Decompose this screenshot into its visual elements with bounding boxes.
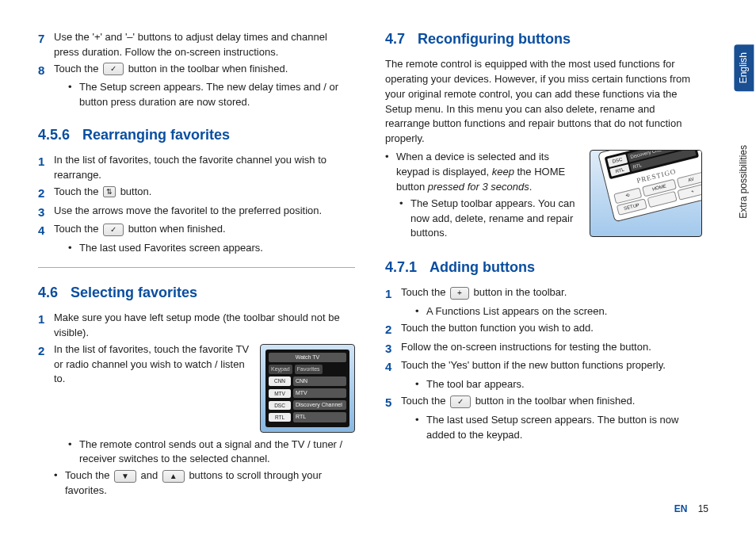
check-icon: ✓ — [103, 63, 124, 75]
heading-456: 4.5.6 Rearranging favorites — [38, 124, 355, 145]
tab-extra-possibilities[interactable]: Extra possibilities — [734, 137, 754, 227]
bullet: • — [415, 413, 426, 443]
step-number: 3 — [38, 204, 54, 221]
step-number: 1 — [38, 311, 54, 341]
heading-text: Selecting favorites — [71, 282, 197, 303]
sub-text: The Setup toolbar appears. You can now a… — [410, 197, 582, 242]
bullet: • — [54, 468, 65, 499]
sub-bullet: • The Setup screen appears. The new dela… — [68, 80, 355, 110]
bullet: • — [415, 304, 426, 319]
figure-device: DSCDiscovery Channel RTLRTL PRESTIGO ⟲ H… — [598, 150, 702, 222]
step-number: 5 — [385, 394, 401, 411]
step-text: Touch the + button in the toolbar. — [401, 285, 702, 303]
intro-paragraph: The remote control is equipped with the … — [385, 57, 702, 147]
arrows-icon: ⇅ — [103, 186, 116, 197]
heading-number: 4.7.1 — [385, 257, 417, 277]
step-text: Use the arrows move the favoritel to the… — [54, 204, 355, 221]
step-text: Touch the ✓ button in the toolbar when f… — [401, 394, 702, 411]
check-icon: ✓ — [103, 224, 124, 236]
fig-label: MTV — [293, 388, 346, 398]
figure-remote-device: DSCDiscovery Channel RTLRTL PRESTIGO ⟲ H… — [590, 150, 702, 237]
sub-text: The last used Setup screen appears. The … — [426, 413, 702, 443]
divider — [38, 267, 355, 268]
step-3: 3 Use the arrows move the favoritel to t… — [38, 204, 355, 221]
tab-english[interactable]: English — [734, 44, 754, 91]
right-column: 4.7 Reconfiguring buttons The remote con… — [385, 29, 702, 504]
sub-bullet: • A Functions List appears on the screen… — [415, 304, 702, 319]
heading-text: Adding buttons — [430, 257, 535, 277]
step-number: 3 — [385, 340, 401, 357]
heading-46: 4.6 Selecting favorites — [38, 282, 355, 303]
sub-text: The remote control sends out a signal an… — [79, 438, 355, 468]
sub-text: A Functions List appears on the screen. — [426, 304, 607, 319]
text-part: Touch the — [65, 469, 109, 481]
step-number: 4 — [385, 358, 401, 376]
text-part: button in the toolbar. — [473, 286, 567, 298]
check-icon: ✓ — [450, 396, 471, 408]
fig-btn: Favorites — [295, 365, 323, 374]
sub-bullet: • The remote control sends out a signal … — [68, 438, 355, 468]
heading-number: 4.5.6 — [38, 124, 70, 145]
text-part: and — [141, 469, 158, 481]
step-1: 1 Make sure you have left setup mode (th… — [38, 311, 355, 341]
fig-btn: Keypad — [269, 365, 292, 374]
left-column: 7 Use the '+' and '–' buttons to adjust … — [38, 29, 355, 504]
step-text: Follow the on-screen instructions for te… — [401, 340, 702, 357]
step-number: 1 — [38, 153, 54, 183]
step-text: Touch the ⇅ button. — [54, 185, 355, 202]
sub-text: The tool bar appears. — [426, 377, 525, 392]
bullet: • — [415, 377, 426, 392]
heading-text: Rearranging favorites — [82, 124, 230, 145]
bullet: • — [385, 150, 396, 195]
step-8: 8 Touch the ✓ button in the toolbar when… — [38, 62, 355, 79]
footer-page: 15 — [698, 503, 708, 514]
page-footer: EN 15 — [674, 503, 708, 516]
bullet: • — [68, 241, 79, 256]
text-part: Touch the — [401, 286, 445, 298]
figure-remote-favorites: Watch TV Keypad Favorites CNNCNN MTVMTV … — [260, 344, 355, 433]
text-part: button in the toolbar when finished. — [128, 63, 288, 75]
step-text: Touch the ✓ button in the toolbar when f… — [54, 62, 355, 79]
text-italic: keep — [492, 166, 514, 178]
step-text: Touch the ✓ button when finished. — [54, 222, 355, 239]
step-number: 2 — [38, 185, 54, 202]
step-number: 2 — [38, 342, 54, 388]
step-2: 2 Touch the button function you wish to … — [385, 321, 702, 338]
fig-logo: MTV — [269, 389, 291, 398]
text-part: Touch the — [54, 63, 98, 75]
bullet-text: When a device is selected and its keypad… — [396, 150, 582, 195]
step-1: 1 In the list of favorites, touch the fa… — [38, 153, 355, 183]
footer-lang: EN — [674, 503, 688, 514]
text-part: Touch the — [54, 185, 98, 197]
text-part: Touch the — [401, 395, 445, 407]
sub-bullet: • The last used Favorites screen appears… — [68, 241, 355, 256]
text-part: button in the toolbar when finished. — [475, 395, 636, 407]
text-part: button. — [120, 185, 152, 197]
step-text: Use the '+' and '–' buttons to adjust de… — [54, 30, 355, 60]
text-part: . — [529, 181, 533, 193]
fig-label: Discovery Channel — [293, 400, 346, 410]
bullet: • — [68, 80, 79, 110]
text-part: button when finished. — [128, 223, 226, 235]
bullet: • — [68, 438, 79, 468]
heading-text: Reconfiguring buttons — [418, 29, 571, 49]
fig-label: RTL — [293, 412, 346, 422]
step-2: 2 Touch the ⇅ button. — [38, 185, 355, 202]
fig-label: CNN — [293, 376, 346, 386]
step-text: In the list of favorites, touch the favo… — [54, 153, 355, 183]
up-icon: ▲ — [162, 470, 185, 483]
fig-logo: RTL — [269, 413, 291, 422]
step-2: 2 In the list of favorites, touch the fa… — [38, 342, 252, 388]
sub-bullet: • Touch the ▼ and ▲ buttons to scroll th… — [54, 468, 355, 499]
side-tabs: English Extra possibilities — [732, 44, 756, 227]
step-number: 2 — [385, 321, 401, 338]
step-4: 4 Touch the ✓ button when finished. — [38, 222, 355, 239]
sub-text: The last used Favorites screen appears. — [79, 241, 263, 256]
step-text: Touch the button function you wish to ad… — [401, 321, 702, 338]
step-number: 8 — [38, 62, 54, 79]
heading-number: 4.7 — [385, 29, 405, 49]
bullet: • — [399, 197, 410, 242]
text-part: Touch the — [54, 223, 98, 235]
step-7: 7 Use the '+' and '–' buttons to adjust … — [38, 30, 355, 60]
sub-bullet: • The Setup toolbar appears. You can now… — [399, 197, 582, 242]
